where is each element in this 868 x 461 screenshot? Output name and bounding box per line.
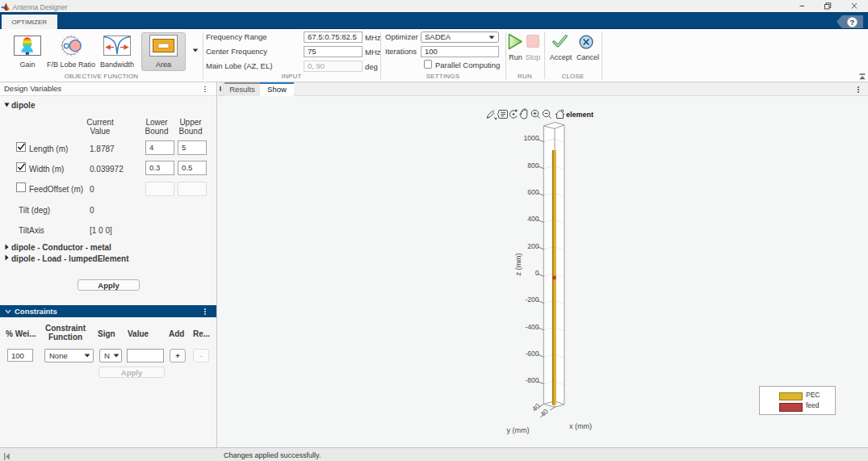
svg-text:element: element [566,111,593,119]
svg-text:0: 0 [535,269,539,277]
svg-text:-600: -600 [525,350,539,358]
svg-text:x (mm): x (mm) [569,422,592,430]
svg-text:400: 400 [527,215,539,223]
svg-text:-400: -400 [525,323,539,331]
svg-text:800: 800 [527,161,539,170]
svg-text:y (mm): y (mm) [507,426,530,434]
svg-text:600: 600 [527,188,539,196]
svg-text:-200: -200 [525,295,539,304]
svg-text:-800: -800 [525,376,539,384]
svg-text:200: 200 [527,242,539,250]
svg-text:z (mm): z (mm) [514,254,522,276]
svg-text:1000: 1000 [524,134,539,142]
